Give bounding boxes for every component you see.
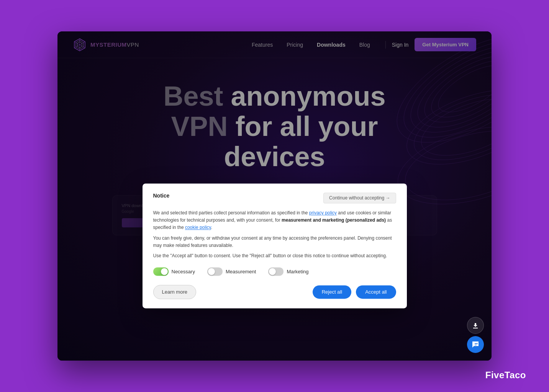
- toggle-measurement-label: Measurement: [226, 269, 256, 274]
- toggles-row: Necessary Measurement Marketing: [153, 268, 396, 276]
- toggle-necessary-switch[interactable]: [153, 268, 169, 276]
- cookie-bold-text: measurement and marketing (personalized …: [282, 218, 386, 223]
- chat-icon: [472, 341, 479, 348]
- cookie-policy-link[interactable]: cookie policy: [185, 225, 211, 230]
- toggle-necessary: Necessary: [153, 268, 195, 276]
- chat-button[interactable]: [467, 336, 484, 353]
- cookie-text-6: Use the "Accept all" button to consent. …: [153, 252, 396, 260]
- toggle-marketing-switch[interactable]: [268, 268, 284, 276]
- toggle-marketing: Marketing: [268, 268, 308, 276]
- cookie-text-1: We and selected third parties collect pe…: [153, 210, 309, 216]
- toggle-measurement: Measurement: [207, 268, 256, 276]
- cookie-modal-header: Notice Continue without accepting →: [153, 193, 396, 203]
- toggle-necessary-knob: [161, 268, 168, 275]
- learn-more-button[interactable]: Learn more: [153, 285, 196, 299]
- cookie-consent-modal: Notice Continue without accepting → We a…: [143, 183, 407, 308]
- toggle-marketing-label: Marketing: [287, 269, 308, 274]
- download-icon: [472, 322, 479, 329]
- download-icon-button[interactable]: [467, 317, 484, 334]
- reject-all-button[interactable]: Reject all: [313, 286, 351, 299]
- cookie-actions: Learn more Reject all Accept all: [153, 285, 396, 299]
- privacy-policy-link[interactable]: privacy policy: [309, 210, 337, 216]
- accept-all-button[interactable]: Accept all: [356, 286, 396, 299]
- page-container: MYSTERIUMVPN Features Pricing Downloads …: [0, 0, 549, 392]
- cookie-text-5: You can freely give, deny, or withdraw y…: [153, 235, 396, 249]
- fivetaco-brand: FiveTaco: [485, 370, 526, 381]
- cookie-text-4: .: [211, 225, 212, 230]
- toggle-necessary-label: Necessary: [172, 269, 195, 274]
- toggle-measurement-knob: [208, 268, 215, 275]
- browser-window: MYSTERIUMVPN Features Pricing Downloads …: [57, 31, 492, 361]
- cookie-notice-title: Notice: [153, 193, 170, 199]
- toggle-marketing-knob: [269, 268, 276, 275]
- cookie-action-buttons: Reject all Accept all: [313, 286, 396, 299]
- continue-without-accepting-button[interactable]: Continue without accepting →: [323, 193, 396, 203]
- toggle-measurement-switch[interactable]: [207, 268, 223, 276]
- cookie-consent-text: We and selected third parties collect pe…: [153, 209, 396, 260]
